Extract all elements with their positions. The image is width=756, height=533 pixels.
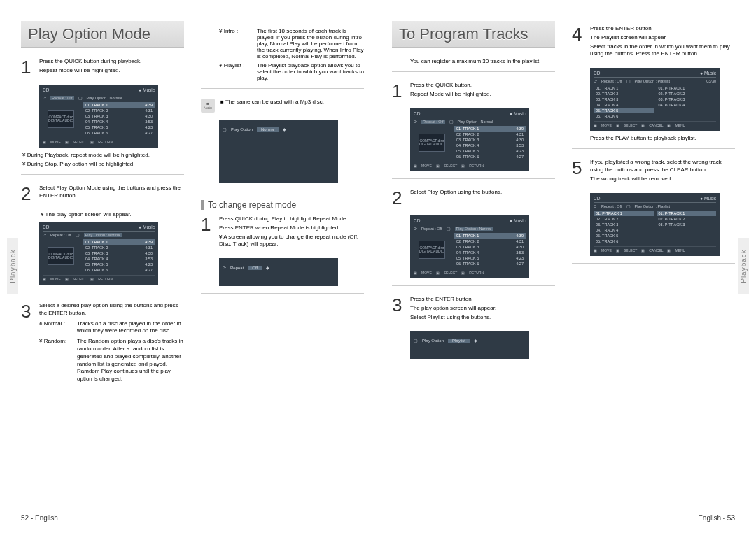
osd-playlist-2: CD● Music ⟳Repeat : Off▢Play Option : Pl…: [590, 193, 720, 256]
osd-prog-1: CD● Music ⟳Repeat : Off▢Play Option : No…: [410, 108, 529, 171]
left-col2: ¥ Intro :The first 10 seconds of each tr…: [201, 21, 364, 392]
section-tab-right: Playback: [738, 238, 749, 294]
osd-screenshot-1: CD● Music ⟳Repeat : Off▢Play Option : No…: [39, 85, 158, 148]
title-play-option-mode: Play Option Mode: [21, 21, 184, 48]
osd-playlist-1: CD● Music ⟳Repeat : Off▢Play Option : Pl…: [590, 68, 720, 131]
page-num-right: English - 53: [698, 514, 735, 522]
step-1: 1 Press the QUICK button during playback…: [21, 58, 184, 76]
left-col1: Play Option Mode 1 Press the QUICK butto…: [21, 21, 184, 392]
manual-spread: Playback Play Option Mode 1 Press the QU…: [0, 0, 756, 533]
step-2: 2 Select Play Option Mode using the butt…: [21, 185, 184, 203]
step-3: 3 Select a desired play option using the…: [21, 302, 184, 383]
title-program-tracks: To Program Tracks: [392, 21, 555, 48]
page-left: Playback Play Option Mode 1 Press the QU…: [0, 0, 378, 533]
section-tab-left: Playback: [7, 238, 18, 294]
right-col1: To Program Tracks You can register a max…: [392, 21, 555, 363]
right-col2: 4 Press the ENTER button.The Playlist sc…: [572, 21, 735, 363]
page-right: Playback To Program Tracks You can regis…: [378, 0, 756, 533]
osd-repeat: ⟳RepeatOff◆: [219, 258, 338, 286]
note-icon: ■Note: [201, 99, 215, 113]
osd-playoption: ▢Play OptionNormal◆: [219, 120, 338, 183]
subhead-change-repeat: To change repeat mode: [201, 200, 364, 210]
note-box: ■Note ■ The same can be used with a Mp3 …: [201, 99, 364, 113]
repeat-step-1: 1 Press QUICK during Play to highlight R…: [201, 215, 364, 250]
osd-playopt-playlist: ▢Play OptionPlaylist◆: [410, 331, 529, 359]
osd-screenshot-2: CD● Music ⟳Repeat : Off▢Play Option : No…: [39, 222, 158, 285]
osd-prog-2: CD● Music ⟳Repeat : Off▢Play Option : No…: [410, 215, 529, 278]
page-num-left: 52 - English: [21, 514, 58, 522]
